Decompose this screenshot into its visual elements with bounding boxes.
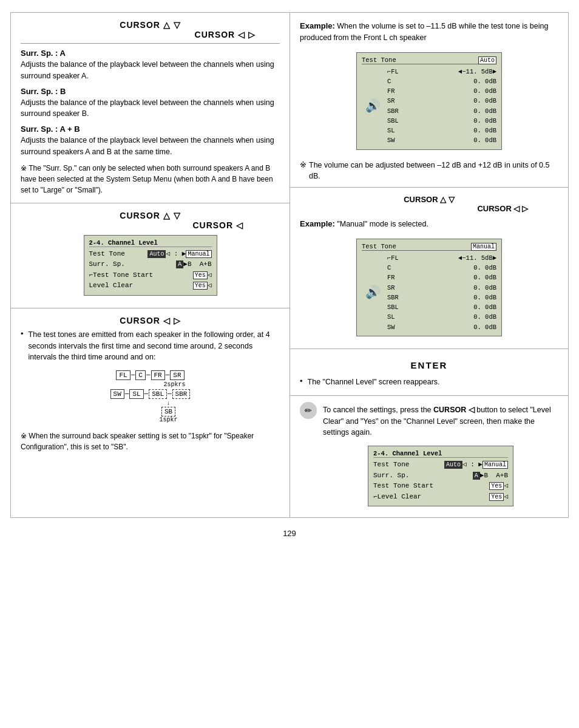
lcd-container3: 2-4. Channel Level Test Tone Auto◁ : ▶Ma… [323, 441, 558, 511]
spkr-sr: SR [170, 370, 184, 380]
right-example2-text: Example: "Manual" mode is selected. [300, 218, 558, 230]
enter-bullet-dot: • [300, 376, 303, 388]
lcd-auto-badge: Auto [147, 250, 166, 258]
lcd-row1-label: Test Tone [89, 249, 125, 260]
example1-label: Example: [300, 21, 335, 30]
lcd1-mode-badge: Auto [478, 56, 496, 64]
lcd-title: 2-4. Channel Level [89, 239, 212, 247]
enter-bullet: • The "Channel Level" screen reappears. [300, 376, 558, 388]
spkr-row1: FL ─ C ─ FR ─ SR [84, 370, 217, 380]
spkr-sbl: SBL [149, 389, 167, 399]
lcd1-values: ⌐FL◄−11. 5dB► C0. 0dB FR0. 0dB SR0. 0dB … [387, 67, 496, 146]
spkr-c: C [135, 370, 146, 380]
main-content: CURSOR △ ▽ CURSOR ◁ ▷ Surr. Sp. : A Adju… [10, 12, 569, 518]
lcd-row3-val: Yes◁ [193, 270, 212, 281]
spkr-sb: SB [161, 407, 175, 417]
lcd3-title: 2-4. Channel Level [373, 450, 508, 458]
lcd3-row4: ⌐Level Clear Yes◁ [373, 492, 508, 503]
lcd-row3-label: ⌐Test Tone Start [89, 270, 154, 281]
lcd-container2: Test Tone Manual 🔊 ⌐FL◄−11. 5dB► C0. 0dB… [300, 234, 558, 341]
channel-level-lcd: 2-4. Channel Level Test Tone Auto◁ : ▶Ma… [84, 235, 217, 296]
test-tone-order-section: CURSOR ◁ ▷ • The test tones are emitted … [11, 308, 290, 460]
spkr-row2: SW ─ SL ─ SBL ─ SBR [84, 389, 217, 399]
right-manual-section: CURSOR △ ▽ CURSOR ◁ ▷ Example: "Manual" … [290, 188, 568, 349]
lcd3-row1: Test Tone Auto◁ : ▶Manual [373, 460, 508, 471]
lcd-row4: Level Clear Yes◁ [89, 281, 212, 291]
lcd-yes2-badge: Yes [193, 282, 208, 290]
lcd-row2-val: A▶B A+B [176, 259, 211, 270]
lcd3-row1-val: Auto◁ : ▶Manual [444, 460, 508, 471]
lcd-a-badge: A [176, 260, 183, 268]
surr-ab-desc: Adjusts the balance of the playback leve… [21, 135, 280, 158]
cursor-updown2: CURSOR △ ▽ [300, 195, 558, 204]
lcd2-header: Test Tone Manual [362, 243, 496, 251]
spkr-sw: SW [110, 389, 124, 399]
spkr-fl: FL [116, 370, 130, 380]
lcd3-row2: Surr. Sp. A▶B A+B [373, 471, 508, 481]
surr-ab-label: Surr. Sp. : A + B [21, 124, 280, 134]
cursor-updown-header: CURSOR △ ▽ [21, 20, 280, 30]
right-example1-section: Example: When the volume is set to –11.5… [290, 13, 568, 188]
volume-note: ※ The volume can be adjusted between –12… [300, 160, 558, 183]
lcd3-row3: Test Tone Start Yes◁ [373, 481, 508, 492]
speaker-diagram: FL ─ C ─ FR ─ SR 2spkrs SW ─ SL [84, 370, 217, 423]
lcd-row1: Test Tone Auto◁ : ▶Manual [89, 249, 212, 260]
lcd-container1: Test Tone Auto 🔊 ⌐FL◄−11. 5dB► C0. 0dB F… [300, 47, 558, 155]
cursor-updown-label: CURSOR △ ▽ [120, 20, 180, 30]
channel-level-section: CURSOR △ ▽ CURSOR ◁ 2-4. Channel Level T… [11, 203, 290, 308]
test-tone-text: The test tones are emitted from each spe… [29, 329, 280, 363]
lcd3-row2-val: A▶B A+B [473, 471, 508, 481]
speaker-icon-area: 🔊 [362, 67, 384, 146]
page: CURSOR △ ▽ CURSOR ◁ ▷ Surr. Sp. : A Adju… [0, 0, 579, 728]
spkr-config-note: ※ When the surround back speaker setting… [21, 430, 280, 452]
left-column: CURSOR △ ▽ CURSOR ◁ ▷ Surr. Sp. : A Adju… [10, 12, 290, 518]
lcd2-values: ⌐FL◄−11. 5dB► C0. 0dB FR0. 0dB SR0. 0dB … [387, 253, 496, 332]
lcd3-row4-val: Yes◁ [489, 492, 508, 503]
cursor-leftright-label: CURSOR ◁ ▷ [195, 30, 256, 39]
note-sym2: ※ [21, 432, 29, 440]
lcd-yes1-badge: Yes [193, 271, 208, 279]
spkr-fr: FR [151, 370, 165, 380]
pencil-icon: ✏ [300, 402, 318, 419]
spkr-sbr: SBR [172, 389, 191, 399]
spkr-sl: SL [129, 389, 143, 399]
surr-a-desc: Adjusts the balance of the playback leve… [21, 59, 280, 82]
cursor-leftright-header: CURSOR ◁ ▷ [21, 30, 280, 39]
lcd-row3: ⌐Test Tone Start Yes◁ [89, 270, 212, 281]
cursor3-leftright: CURSOR ◁ ▷ [21, 316, 280, 325]
cancel-note-text: To cancel the settings, press the CURSOR… [323, 402, 558, 441]
lcd1-header: Test Tone Auto [362, 56, 496, 64]
cancel-note-content: To cancel the settings, press the CURSOR… [323, 402, 558, 512]
lcd1-body: 🔊 ⌐FL◄−11. 5dB► C0. 0dB FR0. 0dB SR0. 0d… [362, 67, 496, 146]
right-column: Example: When the volume is set to –11.5… [290, 12, 569, 518]
lcd-row2-label: Surr. Sp. [89, 259, 125, 270]
lcd-row4-val: Yes◁ [193, 281, 212, 291]
surr-sp-section: CURSOR △ ▽ CURSOR ◁ ▷ Surr. Sp. : A Adju… [11, 13, 290, 203]
enter-header: ENTER [300, 356, 558, 373]
cursor2-updown: CURSOR △ ▽ [21, 211, 280, 220]
test-tone-bullet: • The test tones are emitted from each s… [21, 329, 280, 363]
note-symbol: ※ [21, 164, 29, 172]
surr-a-label: Surr. Sp. : A [21, 49, 280, 58]
page-number: 129 [10, 529, 569, 538]
lcd-manual-badge: Manual [186, 250, 211, 258]
surr-b-desc: Adjusts the balance of the playback leve… [21, 97, 280, 120]
lcd-row4-label: Level Clear [89, 281, 134, 291]
spkr-2spkrs-label: 2spkrs [86, 381, 215, 388]
surr-note: ※ The "Surr. Sp." can only be selected w… [21, 163, 280, 196]
test-tone-lcd1: Test Tone Auto 🔊 ⌐FL◄−11. 5dB► C0. 0dB F… [356, 52, 502, 150]
right-example1-text: Example: When the volume is set to –11.5… [300, 20, 558, 44]
cursor-leftright2: CURSOR ◁ ▷ [300, 204, 558, 213]
enter-section: ENTER • The "Channel Level" screen reapp… [290, 349, 568, 396]
lcd2-mode-badge: Manual [471, 243, 496, 250]
cancel-note-section: ✏ To cancel the settings, press the CURS… [290, 396, 568, 518]
speaker-icon: 🔊 [365, 98, 381, 114]
lcd-row1-content: Auto◁ : ▶Manual [147, 249, 211, 260]
vol-note-sym: ※ [300, 160, 306, 183]
lcd-row2: Surr. Sp. A▶B A+B [89, 259, 212, 270]
lcd3-row3-val: Yes◁ [489, 481, 508, 492]
surr-b-label: Surr. Sp. : B [21, 87, 280, 96]
bullet-dot: • [21, 329, 24, 363]
speaker-icon2: 🔊 [365, 285, 381, 300]
lcd2-body: 🔊 ⌐FL◄−11. 5dB► C0. 0dB FR0. 0dB SR0. 0d… [362, 253, 496, 332]
